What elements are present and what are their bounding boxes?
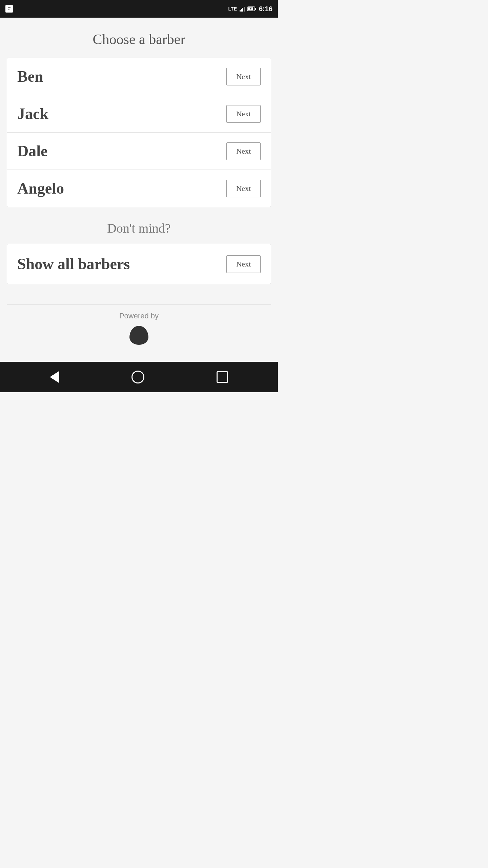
signal-icon — [240, 6, 245, 12]
barber-list: Ben Next Jack Next Dale Next Angelo Next — [7, 58, 271, 207]
barber-item-dale: Dale Next — [7, 133, 271, 170]
next-button-dale[interactable]: Next — [226, 142, 261, 160]
home-icon — [131, 371, 144, 383]
show-all-label: Show all barbers — [17, 255, 130, 273]
nav-recent-button[interactable] — [217, 371, 228, 383]
status-bar-right: LTE 6:16 — [228, 5, 272, 13]
nav-back-button[interactable] — [50, 371, 59, 383]
nav-home-button[interactable] — [131, 371, 144, 383]
show-all-item: Show all barbers Next — [7, 244, 271, 284]
show-all-container: Show all barbers Next — [7, 244, 271, 284]
svg-rect-2 — [8, 9, 10, 9]
status-bar: LTE 6:16 — [0, 0, 278, 18]
network-type-label: LTE — [228, 6, 237, 12]
barber-item-ben: Ben Next — [7, 58, 271, 95]
svg-rect-1 — [8, 7, 11, 8]
svg-rect-5 — [255, 8, 256, 10]
next-button-ben[interactable]: Next — [226, 68, 261, 85]
time-label: 6:16 — [259, 5, 272, 13]
barber-name-jack: Jack — [17, 105, 48, 123]
back-icon — [50, 371, 59, 383]
recent-icon — [217, 371, 228, 383]
barber-name-dale: Dale — [17, 142, 47, 160]
powered-by-label: Powered by — [7, 312, 271, 320]
battery-icon — [247, 6, 256, 12]
nav-bar — [0, 362, 278, 392]
powered-by-logo — [129, 326, 148, 345]
page-title: Choose a barber — [7, 31, 271, 47]
barber-item-angelo: Angelo Next — [7, 170, 271, 207]
footer-divider — [7, 304, 271, 305]
status-bar-left — [5, 5, 13, 13]
next-button-jack[interactable]: Next — [226, 105, 261, 123]
barber-item-jack: Jack Next — [7, 95, 271, 133]
main-content: Choose a barber Ben Next Jack Next Dale … — [0, 18, 278, 362]
next-button-angelo[interactable]: Next — [226, 180, 261, 197]
next-button-show-all[interactable]: Next — [226, 255, 261, 273]
notification-icon — [5, 5, 13, 13]
barber-name-ben: Ben — [17, 67, 43, 85]
barber-name-angelo: Angelo — [17, 179, 64, 197]
svg-rect-3 — [8, 10, 9, 11]
dont-mind-title: Don't mind? — [7, 221, 271, 236]
